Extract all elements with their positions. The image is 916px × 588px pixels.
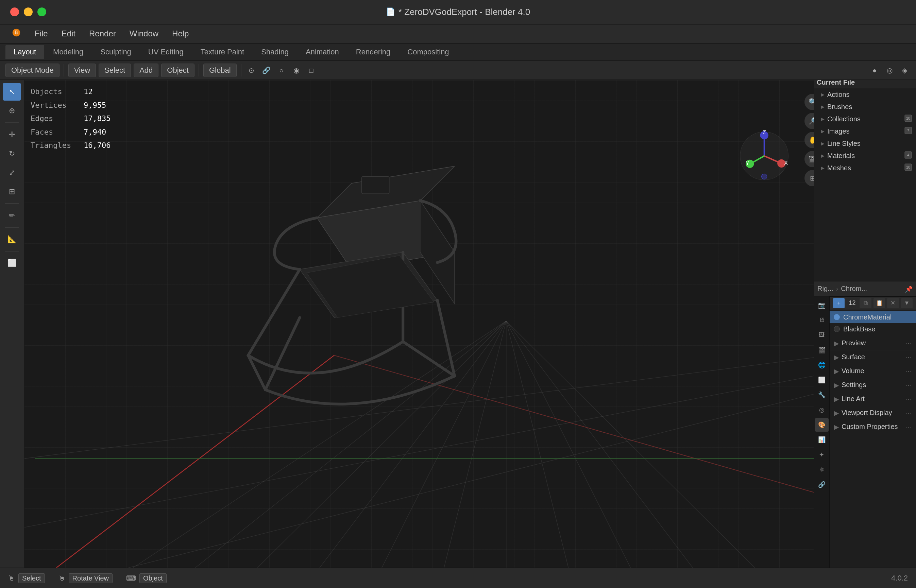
mat-remove-btn[interactable]: ✕ [887, 298, 899, 308]
object-menu[interactable]: Object [161, 63, 194, 77]
transform-dropdown[interactable]: Global [203, 63, 237, 77]
tab-modeling[interactable]: Modeling [45, 45, 91, 59]
prop-modifier-icon[interactable]: 🔧 [815, 388, 829, 402]
prop-render-icon[interactable]: 📷 [815, 299, 829, 312]
section-settings[interactable]: ▶ Settings ⋯ [830, 378, 916, 392]
outliner-item-linestyles[interactable]: ▶ Line Styles [814, 137, 916, 150]
settings-dots: ⋯ [905, 381, 912, 389]
viewport-shading-solid[interactable]: ● [868, 64, 880, 76]
material-chrome[interactable]: ChromeMaterial [830, 311, 916, 323]
black-material-name: BlackBase [843, 325, 876, 333]
mat-more-btn[interactable]: ▼ [901, 298, 913, 308]
tool-cursor[interactable]: ⊕ [3, 102, 21, 120]
tab-sculpting[interactable]: Sculpting [92, 45, 139, 59]
material-blackbase[interactable]: BlackBase [830, 323, 916, 335]
viewport-shading-material[interactable]: ◎ [884, 64, 896, 76]
properties-content: + 12 ⧉ 📋 ✕ ▼ ChromeMaterial BlackBase [830, 296, 916, 568]
xray-icon[interactable]: □ [305, 64, 317, 76]
window-controls[interactable] [10, 8, 46, 16]
prop-scene-icon[interactable]: 🎬 [815, 343, 829, 357]
view-menu[interactable]: View [68, 63, 96, 77]
viewport-3d[interactable]: Z X Y 🔍 🔎 ✋ 🎬 ⊞ [24, 80, 831, 568]
tab-layout[interactable]: Layout [5, 45, 44, 59]
tool-annotate[interactable]: ✏ [3, 207, 21, 225]
tab-animation[interactable]: Animation [298, 45, 347, 59]
viewport-shading-rendered[interactable]: ◈ [898, 64, 911, 76]
custom-props-arrow: ▶ [834, 423, 839, 431]
outliner-item-brushes[interactable]: ▶ Brushes [814, 100, 916, 113]
select-menu[interactable]: Select [99, 63, 131, 77]
tool-measure[interactable]: 📐 [3, 231, 21, 248]
mat-copy-btn[interactable]: ⧉ [859, 298, 871, 308]
tab-uv-editing[interactable]: UV Editing [140, 45, 192, 59]
meshes-arrow: ▶ [821, 165, 825, 171]
minimize-button[interactable] [24, 8, 32, 16]
tool-transform[interactable]: ⊞ [3, 183, 21, 200]
select-key: Select [18, 573, 45, 583]
prop-output-icon[interactable]: 🖥 [815, 313, 829, 327]
breadcrumb-rig[interactable]: Rig... [817, 285, 833, 292]
outliner-item-actions[interactable]: ▶ Actions [814, 88, 916, 100]
outliner-item-collections[interactable]: ▶ Collections 10 [814, 113, 916, 125]
material-list: ChromeMaterial BlackBase [830, 310, 916, 336]
prop-shader-icon[interactable]: ◎ [815, 403, 829, 417]
snap-icon[interactable]: 🔗 [261, 64, 273, 76]
prop-particles-icon[interactable]: ✦ [815, 448, 829, 462]
prop-physics-icon[interactable]: ⚛ [815, 463, 829, 477]
prop-constraints-icon[interactable]: 🔗 [815, 478, 829, 491]
tool-select[interactable]: ↖ [3, 83, 21, 100]
svg-line-4 [24, 355, 831, 459]
tool-scale[interactable]: ⤢ [3, 164, 21, 181]
svg-line-10 [437, 321, 506, 568]
mat-paste-btn[interactable]: 📋 [874, 298, 885, 308]
menu-blender[interactable]: B [5, 26, 27, 42]
add-menu[interactable]: Add [134, 63, 159, 77]
faces-value: 7,940 [84, 125, 106, 139]
prop-object-icon[interactable]: ⬜ [815, 373, 829, 387]
section-surface[interactable]: ▶ Surface ⋯ [830, 351, 916, 364]
outliner-item-materials[interactable]: ▶ Materials 4 [814, 150, 916, 162]
menu-render[interactable]: Render [83, 27, 122, 40]
overlay-icon[interactable]: ◉ [290, 64, 303, 76]
menu-edit[interactable]: Edit [55, 27, 82, 40]
section-viewport-display[interactable]: ▶ Viewport Display ⋯ [830, 406, 916, 420]
pivot-icon[interactable]: ⊙ [246, 64, 258, 76]
tool-move[interactable]: ✛ [3, 126, 21, 144]
tab-compositing[interactable]: Compositing [399, 45, 457, 59]
proportional-edit-icon[interactable]: ○ [275, 64, 288, 76]
tab-rendering[interactable]: Rendering [348, 45, 399, 59]
prop-material-icon[interactable]: 🎨 [815, 418, 829, 432]
tool-add-cube[interactable]: ⬜ [3, 254, 21, 272]
window-title: * ZeroDVGodExport - Blender 4.0 [398, 7, 530, 17]
viewport-scene-svg: Z X Y [24, 80, 831, 568]
tab-texture-paint[interactable]: Texture Paint [193, 45, 252, 59]
tab-shading[interactable]: Shading [253, 45, 297, 59]
outliner-item-images[interactable]: ▶ Images 7 [814, 125, 916, 137]
prop-data-icon[interactable]: 📊 [815, 433, 829, 447]
menu-window[interactable]: Window [123, 27, 165, 40]
objects-label: Objects [31, 85, 78, 99]
section-preview[interactable]: ▶ Preview ⋯ [830, 336, 916, 351]
properties-pin-icon[interactable]: 📌 [905, 286, 913, 292]
section-custom-properties[interactable]: ▶ Custom Properties ⋯ [830, 420, 916, 434]
viewport-stats: Objects 12 Vertices 9,955 Edges 17,835 F… [31, 85, 110, 152]
viewport-display-dots: ⋯ [905, 409, 912, 417]
svg-text:7: 7 [907, 128, 909, 132]
svg-line-23 [265, 317, 299, 390]
outliner-item-meshes[interactable]: ▶ Meshes 10 [814, 162, 916, 174]
menu-help[interactable]: Help [166, 27, 195, 40]
section-volume[interactable]: ▶ Volume ⋯ [830, 364, 916, 378]
maximize-button[interactable] [37, 8, 46, 16]
tool-rotate[interactable]: ↻ [3, 145, 21, 163]
actions-arrow: ▶ [821, 92, 825, 97]
breadcrumb-chrome[interactable]: Chrom... [841, 285, 867, 292]
svg-point-41 [762, 174, 767, 179]
object-mode-dropdown[interactable]: Object Mode [5, 63, 60, 77]
menu-file[interactable]: File [29, 27, 54, 40]
lineart-arrow: ▶ [834, 395, 839, 403]
close-button[interactable] [10, 8, 19, 16]
prop-world-icon[interactable]: 🌐 [815, 358, 829, 372]
mat-add-btn[interactable]: + [833, 298, 845, 308]
section-lineart[interactable]: ▶ Line Art ⋯ [830, 392, 916, 406]
prop-view-layer-icon[interactable]: 🖼 [815, 328, 829, 342]
